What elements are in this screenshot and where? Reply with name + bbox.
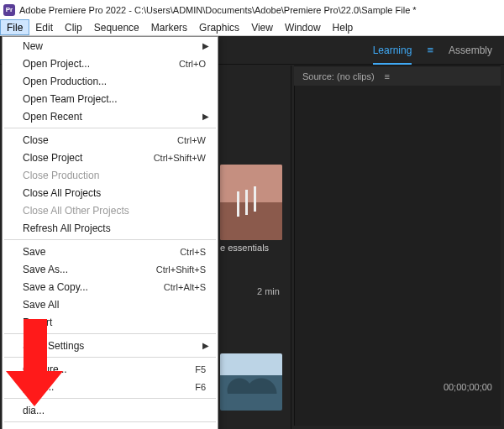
menu-item-label: dia... xyxy=(23,405,206,416)
menu-item-label: pture... xyxy=(23,381,188,393)
workspace-learning[interactable]: Learning xyxy=(373,44,412,65)
workspace-menu-icon[interactable]: ≡ xyxy=(427,44,433,56)
app-icon: Pr xyxy=(3,4,15,16)
titlebar: Pr Adobe Premiere Pro 2022 - C:\Users\AD… xyxy=(0,0,504,19)
menu-item-label: Open Team Project... xyxy=(23,93,206,105)
panel-divider[interactable] xyxy=(291,65,291,429)
menu-item-label: Close All Other Projects xyxy=(23,205,206,217)
menu-item-shortcut: F5 xyxy=(195,364,206,374)
menu-item-shortcut: Ctrl+Alt+S xyxy=(164,282,206,292)
file-menu-item: Close Production xyxy=(3,166,218,184)
workspace-assembly[interactable]: Assembly xyxy=(449,44,492,56)
file-menu-dropdown: New▶Open Project...Ctrl+OOpen Production… xyxy=(2,36,218,429)
menu-item-label: Save a Copy... xyxy=(23,281,157,293)
file-menu-item[interactable]: Save All xyxy=(3,296,218,313)
menu-item-label: Close Production xyxy=(23,170,206,181)
file-menu-item[interactable]: Revert xyxy=(3,313,218,331)
menu-item-label: Sync Settings xyxy=(23,340,206,352)
file-menu-item[interactable]: Sync Settings▶ xyxy=(3,337,218,354)
file-menu-item[interactable]: New▶ xyxy=(3,37,218,55)
menu-item-shortcut: Ctrl+W xyxy=(177,135,206,145)
file-menu-item[interactable]: Open Production... xyxy=(3,72,218,90)
submenu-arrow-icon: ▶ xyxy=(202,41,209,50)
file-menu-item[interactable]: dia... xyxy=(3,401,218,419)
menu-sequence[interactable]: Sequence xyxy=(88,19,145,35)
menu-view[interactable]: View xyxy=(245,19,279,35)
menu-help[interactable]: Help xyxy=(327,19,360,35)
file-menu-item[interactable]: Capture...F5 xyxy=(3,360,218,378)
file-menu-item[interactable]: Open Project...Ctrl+O xyxy=(3,55,218,72)
file-menu-item[interactable]: SaveCtrl+S xyxy=(3,243,218,260)
menu-item-shortcut: Ctrl+Shift+S xyxy=(156,264,206,275)
tutorial-thumbnail-1[interactable] xyxy=(220,165,282,240)
window-title: Adobe Premiere Pro 2022 - C:\Users\ADMIN… xyxy=(19,5,417,15)
file-menu-item[interactable]: Open Team Project... xyxy=(3,90,218,107)
file-menu-item[interactable]: Save a Copy...Ctrl+Alt+S xyxy=(3,278,218,296)
source-monitor xyxy=(294,86,501,426)
file-menu-item: Close All Other Projects xyxy=(3,201,218,219)
menu-item-label: Save All xyxy=(23,299,206,311)
menu-edit[interactable]: Edit xyxy=(29,19,59,35)
source-panel-tab[interactable]: Source: (no clips) ≡ xyxy=(294,65,501,86)
tutorial-duration-1: 2 min xyxy=(257,286,280,296)
menu-item-label: New xyxy=(23,40,206,52)
menu-item-label: Revert xyxy=(23,317,206,328)
tutorial-title-1: e essentials xyxy=(220,243,269,253)
file-menu-item[interactable]: Open Recent▶ xyxy=(3,107,218,125)
menu-window[interactable]: Window xyxy=(279,19,327,35)
file-menu-item[interactable]: Refresh All Projects xyxy=(3,219,218,237)
source-panel-label: Source: (no clips) xyxy=(302,71,375,81)
submenu-arrow-icon: ▶ xyxy=(202,341,209,350)
file-menu-item[interactable]: Close ProjectCtrl+Shift+W xyxy=(3,149,218,166)
menu-markers[interactable]: Markers xyxy=(145,19,193,35)
file-menu-item[interactable]: e... xyxy=(3,425,218,429)
menu-item-label: Capture... xyxy=(23,364,188,375)
submenu-arrow-icon: ▶ xyxy=(202,112,209,121)
menu-item-label: Save As... xyxy=(23,264,150,275)
tutorial-thumbnail-2[interactable] xyxy=(220,353,282,411)
menu-item-label: Close xyxy=(23,134,171,146)
file-menu-item[interactable]: CloseCtrl+W xyxy=(3,131,218,149)
menu-item-label: Open Project... xyxy=(23,58,172,70)
menu-item-label: Open Recent xyxy=(23,111,206,123)
menu-graphics[interactable]: Graphics xyxy=(193,19,245,35)
menu-item-label: Close All Projects xyxy=(23,187,206,199)
menu-item-label: Refresh All Projects xyxy=(23,222,206,234)
source-panel-menu-icon[interactable]: ≡ xyxy=(385,71,390,81)
file-menu-item[interactable]: Save As...Ctrl+Shift+S xyxy=(3,260,218,278)
file-menu-item[interactable]: pture...F6 xyxy=(3,378,218,395)
menu-item-shortcut: Ctrl+Shift+W xyxy=(154,153,206,163)
file-menu-item[interactable]: Close All Projects xyxy=(3,184,218,201)
menu-file[interactable]: File xyxy=(0,19,29,35)
timecode: 00;00;00;00 xyxy=(444,382,492,392)
menu-clip[interactable]: Clip xyxy=(59,19,88,35)
menu-item-label: Open Production... xyxy=(23,76,206,87)
menubar: File Edit Clip Sequence Markers Graphics… xyxy=(0,19,504,36)
menu-item-shortcut: Ctrl+O xyxy=(179,59,206,69)
menu-item-shortcut: Ctrl+S xyxy=(180,247,206,257)
menu-item-label: Close Project xyxy=(23,152,147,164)
menu-item-label: Save xyxy=(23,246,173,258)
menu-item-shortcut: F6 xyxy=(195,382,206,392)
